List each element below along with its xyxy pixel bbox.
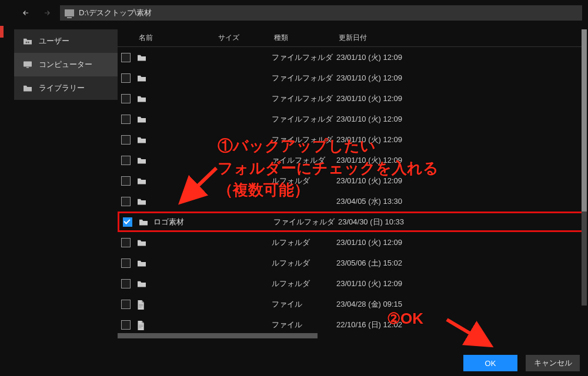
row-checkbox[interactable] xyxy=(121,73,131,83)
nav-back-button[interactable] xyxy=(18,6,34,20)
file-icon xyxy=(136,300,147,308)
row-checkbox[interactable] xyxy=(121,238,131,247)
row-modified: 23/01/10 (火) 12:09 xyxy=(336,73,583,83)
row-type: ファイルフォルダ xyxy=(272,52,336,63)
row-type: ファイルフォルダ xyxy=(272,135,336,145)
row-type: ファイル xyxy=(272,299,336,310)
path-text: D:\デスクトップ\素材 xyxy=(79,8,152,18)
row-type: ルフォルダ xyxy=(272,237,336,248)
row-checkbox[interactable] xyxy=(123,217,132,227)
row-modified: 23/01/10 (火) 12:09 xyxy=(336,52,583,63)
row-modified: 23/01/10 (火) 12:09 xyxy=(336,114,583,125)
file-icon xyxy=(136,321,147,329)
sidebar-item-users[interactable]: ユーザー xyxy=(14,29,118,53)
table-row[interactable]: ルフォルダ23/01/10 (火) 12:09 xyxy=(118,273,583,294)
folder-icon xyxy=(136,95,147,103)
svg-rect-3 xyxy=(26,67,29,68)
row-modified: 23/05/06 (土) 15:02 xyxy=(336,258,583,268)
folder-icon xyxy=(136,239,147,247)
svg-point-1 xyxy=(28,42,29,43)
row-type: ルフォルダ xyxy=(272,278,336,289)
row-modified: 23/01/10 (火) 12:09 xyxy=(336,278,583,289)
row-type: ルフォルダ xyxy=(272,258,336,268)
sidebar: ユーザー コンピューター ライブラリー xyxy=(14,29,118,100)
table-row[interactable]: ファイルフォルダ23/01/10 (火) 12:09 xyxy=(118,88,583,109)
folder-icon xyxy=(136,115,147,123)
svg-point-0 xyxy=(26,42,28,43)
row-checkbox[interactable] xyxy=(121,279,131,288)
row-checkbox[interactable] xyxy=(121,53,131,62)
row-checkbox[interactable] xyxy=(121,176,131,186)
col-type[interactable]: 種類 xyxy=(274,33,339,43)
row-modified: 22/10/16 (日) 12:02 xyxy=(336,320,583,330)
col-modified[interactable]: 更新日付 xyxy=(339,33,583,43)
row-modified: 23/01/10 (火) 12:09 xyxy=(336,237,583,248)
file-list: ファイルフォルダ23/01/10 (火) 12:09ファイルフォルダ23/01/… xyxy=(118,47,583,332)
table-row[interactable]: ファイル22/10/16 (日) 12:02 xyxy=(118,314,583,332)
row-checkbox[interactable] xyxy=(121,135,131,145)
table-row[interactable]: ファイルフォルダ23/01/10 (火) 12:09 xyxy=(118,129,583,150)
row-checkbox[interactable] xyxy=(121,115,131,124)
scrollbar-thumb[interactable] xyxy=(582,29,587,212)
svg-rect-7 xyxy=(139,324,143,325)
sidebar-item-label: ユーザー xyxy=(39,36,69,46)
cancel-button[interactable]: キャンセル xyxy=(526,355,580,371)
row-type: ファイルフォルダ xyxy=(272,114,336,125)
top-bar: D:\デスクトップ\素材 xyxy=(18,5,582,21)
table-row[interactable]: ファイルフォルダ23/01/10 (火) 12:09 xyxy=(118,47,583,68)
horizontal-scrollbar[interactable] xyxy=(118,333,318,338)
row-type: ルフォルダ xyxy=(272,176,336,186)
folder-icon xyxy=(136,197,147,206)
col-name[interactable]: 名前 xyxy=(139,33,218,43)
row-type: ファイルフォルダ xyxy=(272,73,336,83)
table-row[interactable]: ファイルフォルダ23/01/10 (火) 12:09 xyxy=(118,109,583,129)
table-row[interactable]: ファイルフォルダ23/01/10 (火) 12:09 xyxy=(118,68,583,88)
table-row[interactable]: ァイルフォルダ23/01/10 (火) 12:09 xyxy=(118,150,583,170)
dialog-footer: OK キャンセル xyxy=(463,355,580,371)
monitor-icon xyxy=(65,9,74,16)
file-panel: 名前 サイズ 種類 更新日付 ファイルフォルダ23/01/10 (火) 12:0… xyxy=(118,29,583,332)
folder-icon xyxy=(136,177,147,185)
row-checkbox[interactable] xyxy=(121,94,131,103)
folder-icon xyxy=(136,156,147,164)
folder-icon xyxy=(136,53,147,62)
row-name: ロゴ素材 xyxy=(153,217,218,227)
row-checkbox[interactable] xyxy=(121,258,131,268)
table-row[interactable]: ルフォルダ23/01/10 (火) 12:09 xyxy=(118,170,583,191)
folder-icon xyxy=(22,84,33,92)
row-modified: 23/01/10 (火) 12:09 xyxy=(336,155,583,166)
table-row[interactable]: ロゴ素材ファイルフォルダ23/04/30 (日) 10:33 xyxy=(118,212,583,232)
ok-button[interactable]: OK xyxy=(463,355,517,371)
row-modified: 23/04/28 (金) 09:15 xyxy=(336,299,583,310)
table-row[interactable]: ルフォルダ23/05/06 (土) 15:02 xyxy=(118,253,583,273)
col-size[interactable]: サイズ xyxy=(218,33,274,43)
row-modified: 23/01/10 (火) 12:09 xyxy=(336,93,583,104)
folder-icon xyxy=(136,259,147,267)
monitor-icon xyxy=(22,61,33,69)
row-type: ファイル xyxy=(272,320,336,330)
nav-forward-button[interactable] xyxy=(39,6,55,20)
path-input[interactable]: D:\デスクトップ\素材 xyxy=(60,5,582,21)
svg-rect-6 xyxy=(139,307,142,307)
svg-rect-9 xyxy=(139,327,142,328)
row-modified: 23/04/05 (水) 13:30 xyxy=(336,196,583,207)
row-checkbox[interactable] xyxy=(121,300,131,309)
sidebar-item-computer[interactable]: コンピューター xyxy=(14,53,118,76)
row-checkbox[interactable] xyxy=(121,156,131,165)
row-checkbox[interactable] xyxy=(121,197,131,206)
row-modified: 23/01/10 (火) 12:09 xyxy=(336,135,583,145)
svg-rect-8 xyxy=(139,326,143,327)
column-header: 名前 サイズ 種類 更新日付 xyxy=(118,29,583,47)
table-row[interactable]: ルフォルダ23/01/10 (火) 12:09 xyxy=(118,232,583,253)
folder-icon xyxy=(136,74,147,82)
row-modified: 23/01/10 (火) 12:09 xyxy=(336,176,583,186)
sidebar-item-label: コンピューター xyxy=(39,59,92,70)
sidebar-item-library[interactable]: ライブラリー xyxy=(14,76,118,100)
table-row[interactable]: ファイル23/04/28 (金) 09:15 xyxy=(118,294,583,314)
users-folder-icon xyxy=(22,37,33,45)
svg-rect-4 xyxy=(139,304,143,304)
table-row[interactable]: 23/04/05 (水) 13:30 xyxy=(118,191,583,212)
folder-icon xyxy=(136,280,147,288)
vertical-scrollbar[interactable] xyxy=(582,29,587,306)
row-checkbox[interactable] xyxy=(121,320,131,330)
